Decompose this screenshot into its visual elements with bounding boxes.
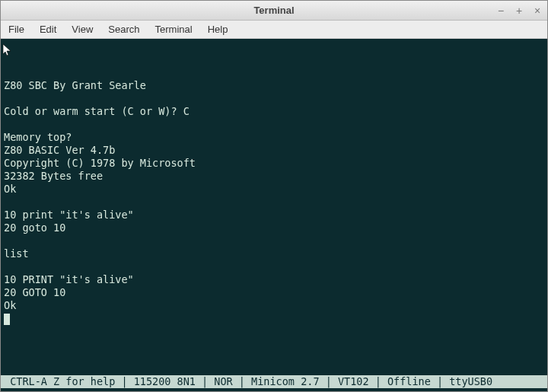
window-controls: − + × [495, 5, 543, 16]
minicom-statusbar: CTRL-A Z for help | 115200 8N1 | NOR | M… [1, 375, 547, 388]
menu-file[interactable]: File [5, 22, 32, 37]
block-cursor [4, 314, 10, 325]
menu-search[interactable]: Search [100, 22, 147, 37]
minimize-button[interactable]: − [495, 5, 506, 16]
titlebar: Terminal − + × [1, 1, 547, 21]
menubar: File Edit View Search Terminal Help [1, 21, 547, 39]
close-button[interactable]: × [532, 5, 543, 16]
window-title: Terminal [1, 5, 547, 16]
terminal-output[interactable]: Z80 SBC By Grant Searle Cold or warm sta… [1, 39, 547, 391]
menu-terminal[interactable]: Terminal [148, 22, 200, 37]
mouse-cursor-icon [2, 43, 13, 59]
maximize-button[interactable]: + [514, 5, 524, 16]
terminal-lines: Z80 SBC By Grant Searle Cold or warm sta… [4, 79, 544, 312]
terminal-window: Terminal − + × File Edit View Search Ter… [0, 0, 548, 392]
menu-edit[interactable]: Edit [32, 22, 64, 37]
menu-view[interactable]: View [64, 22, 100, 37]
menu-help[interactable]: Help [200, 22, 236, 37]
